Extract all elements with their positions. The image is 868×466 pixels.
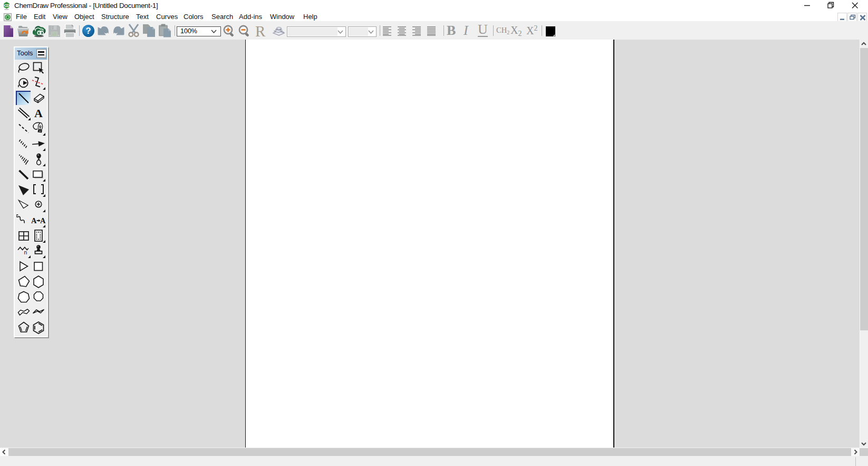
svg-text:A: A	[31, 216, 37, 225]
svg-text:?: ?	[85, 26, 91, 35]
svg-text:n: n	[24, 249, 27, 255]
svg-text:A: A	[34, 107, 43, 120]
svg-text:A: A	[40, 216, 46, 225]
svg-text:CD: CD	[4, 3, 10, 8]
